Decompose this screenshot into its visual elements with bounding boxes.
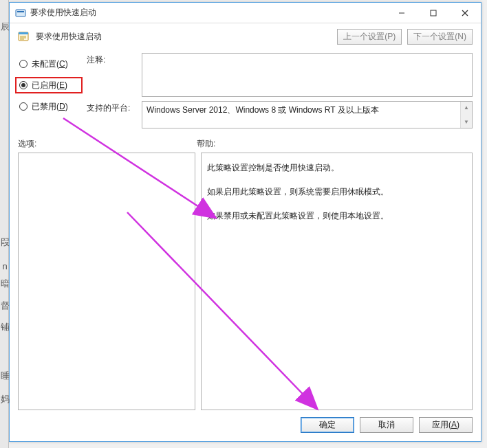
section-labels: 选项: 帮助: <box>18 138 473 150</box>
help-panel: 此策略设置控制是否使用快速启动。 如果启用此策略设置，则系统需要启用休眠模式。 … <box>201 153 473 410</box>
help-text-line: 此策略设置控制是否使用快速启动。 <box>207 157 466 179</box>
apply-button[interactable]: 应用(A) <box>419 417 473 433</box>
background-app-strip: 辰 叚 n 暗 督 铺 睡 妈 <box>0 0 9 448</box>
options-label: 选项: <box>18 138 197 150</box>
radio-label: 已禁用(D) <box>32 101 68 113</box>
radio-icon <box>19 60 28 68</box>
help-label: 帮助: <box>197 138 215 150</box>
radio-icon <box>19 102 28 111</box>
radio-label: 未配置(C) <box>32 58 68 70</box>
radio-icon <box>19 81 28 89</box>
scroll-down-icon[interactable]: ▼ <box>461 116 472 128</box>
platform-text: Windows Server 2012、Windows 8 或 Windows … <box>142 102 460 128</box>
config-section: 未配置(C) 已启用(E) 已禁用(D) 注释: 支持的平台: <box>18 53 473 128</box>
radio-label: 已启用(E) <box>32 80 67 91</box>
policy-dialog-window: 要求使用快速启动 要求使用快速 <box>9 2 481 442</box>
scroll-up-icon[interactable]: ▲ <box>461 102 472 113</box>
window-title: 要求使用快速启动 <box>30 7 386 19</box>
dialog-content: 要求使用快速启动 上一个设置(P) 下一个设置(N) 未配置(C) 已启用(E)… <box>10 23 481 441</box>
supported-platform-box: Windows Server 2012、Windows 8 或 Windows … <box>142 101 473 128</box>
svg-rect-7 <box>19 32 28 34</box>
radio-enabled[interactable]: 已启用(E) <box>15 77 83 93</box>
options-panel <box>18 153 195 410</box>
comment-label: 注释: <box>87 53 142 97</box>
comment-input[interactable] <box>142 53 473 97</box>
titlebar[interactable]: 要求使用快速启动 <box>10 3 481 23</box>
help-text-line: 如果禁用或未配置此策略设置，则使用本地设置。 <box>207 205 466 227</box>
radio-not-configured[interactable]: 未配置(C) <box>18 56 80 72</box>
window-controls <box>386 3 481 23</box>
help-text-line: 如果启用此策略设置，则系统需要启用休眠模式。 <box>207 181 466 203</box>
fields-column: 注释: 支持的平台: Windows Server 2012、Windows 8… <box>87 53 473 128</box>
scrollbar[interactable]: ▲ ▼ <box>460 102 472 128</box>
policy-title: 要求使用快速启动 <box>36 31 332 43</box>
radio-disabled[interactable]: 已禁用(D) <box>18 98 80 115</box>
platform-label: 支持的平台: <box>87 101 142 128</box>
maximize-button[interactable] <box>418 3 449 23</box>
policy-header: 要求使用快速启动 上一个设置(P) 下一个设置(N) <box>18 29 473 45</box>
svg-rect-3 <box>431 10 436 16</box>
svg-rect-1 <box>17 11 24 12</box>
app-icon <box>15 8 26 19</box>
radio-group: 未配置(C) 已启用(E) 已禁用(D) <box>18 53 80 128</box>
minimize-button[interactable] <box>386 3 418 23</box>
previous-setting-button[interactable]: 上一个设置(P) <box>337 29 402 45</box>
close-button[interactable] <box>449 3 481 23</box>
policy-icon <box>18 31 30 43</box>
svg-rect-0 <box>16 10 25 16</box>
next-setting-button[interactable]: 下一个设置(N) <box>407 29 473 45</box>
cancel-button[interactable]: 取消 <box>360 417 413 433</box>
panels-row: 此策略设置控制是否使用快速启动。 如果启用此策略设置，则系统需要启用休眠模式。 … <box>18 153 473 410</box>
ok-button[interactable]: 确定 <box>301 417 354 433</box>
dialog-footer: 确定 取消 应用(A) <box>18 410 473 434</box>
